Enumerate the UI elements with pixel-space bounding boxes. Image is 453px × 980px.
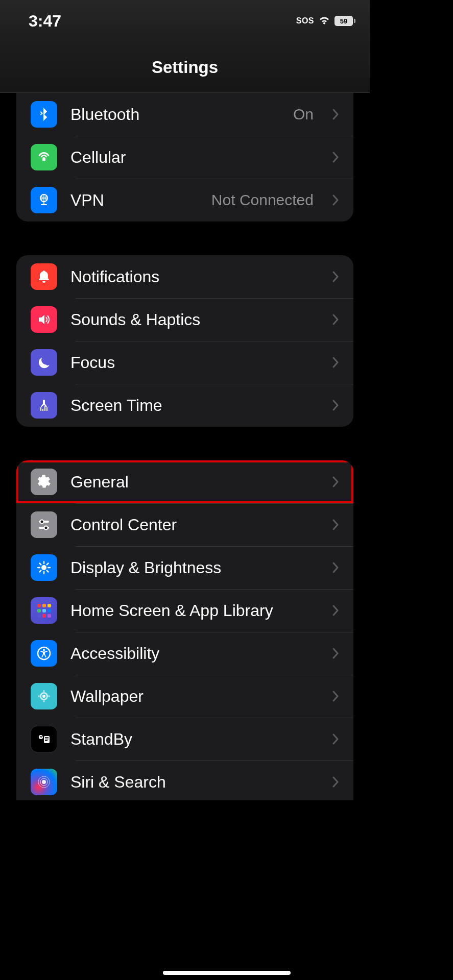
settings-row-general[interactable]: General [16, 460, 353, 503]
settings-row-display[interactable]: Display & Brightness [16, 546, 353, 589]
chevron-right-icon [332, 690, 339, 702]
row-value: Not Connected [211, 191, 314, 209]
row-label: Control Center [70, 516, 319, 534]
row-value: On [293, 106, 314, 123]
sos-indicator: SOS [296, 16, 314, 26]
screentime-icon [31, 392, 57, 419]
settings-row-siri[interactable]: Siri & Search [16, 761, 353, 800]
settings-row-cellular[interactable]: Cellular [16, 136, 353, 179]
chevron-right-icon [332, 733, 339, 745]
row-label: Siri & Search [70, 773, 319, 792]
settings-group-system: GeneralControl CenterDisplay & Brightnes… [16, 460, 353, 800]
cellular-icon [31, 144, 57, 170]
focus-icon [31, 349, 57, 376]
row-label: Accessibility [70, 644, 319, 663]
settings-row-accessibility[interactable]: Accessibility [16, 632, 353, 675]
chevron-right-icon [332, 271, 339, 283]
controlcenter-icon [31, 511, 57, 538]
status-icons: SOS 59 [296, 15, 355, 27]
row-label: Screen Time [70, 396, 319, 415]
row-label: Sounds & Haptics [70, 310, 319, 329]
bluetooth-icon [31, 101, 57, 128]
sounds-icon [31, 306, 57, 333]
settings-row-screentime[interactable]: Screen Time [16, 384, 353, 427]
status-time: 3:47 [29, 12, 61, 31]
chevron-right-icon [332, 776, 339, 788]
row-label: StandBy [70, 730, 319, 749]
display-icon [31, 554, 57, 581]
chevron-right-icon [332, 356, 339, 369]
settings-row-wallpaper[interactable]: Wallpaper [16, 675, 353, 718]
battery-indicator: 59 [335, 16, 355, 26]
row-label: Home Screen & App Library [70, 601, 319, 620]
settings-row-standby[interactable]: StandBy [16, 718, 353, 761]
chevron-right-icon [332, 476, 339, 488]
chevron-right-icon [332, 519, 339, 531]
chevron-right-icon [332, 561, 339, 574]
general-icon [31, 469, 57, 495]
settings-row-focus[interactable]: Focus [16, 341, 353, 384]
chevron-right-icon [332, 313, 339, 326]
settings-row-sounds[interactable]: Sounds & Haptics [16, 298, 353, 341]
accessibility-icon [31, 640, 57, 667]
page-title: Settings [152, 58, 218, 77]
chevron-right-icon [332, 151, 339, 163]
row-label: Display & Brightness [70, 558, 319, 577]
row-label: Notifications [70, 267, 319, 286]
row-label: Bluetooth [70, 105, 280, 124]
nav-header: Settings [0, 42, 370, 93]
settings-row-home[interactable]: Home Screen & App Library [16, 589, 353, 632]
settings-group-attention: NotificationsSounds & HapticsFocusScreen… [16, 255, 353, 427]
settings-row-controlcenter[interactable]: Control Center [16, 503, 353, 546]
notifications-icon [31, 263, 57, 290]
row-label: Wallpaper [70, 687, 319, 706]
chevron-right-icon [332, 647, 339, 659]
status-bar: 3:47 SOS 59 [0, 0, 370, 42]
wallpaper-icon [31, 683, 57, 709]
wifi-icon [318, 15, 330, 27]
row-label: General [70, 473, 319, 492]
row-label: VPN [70, 191, 198, 210]
settings-group-connectivity: BluetoothOnCellularVPNNot Connected [16, 93, 353, 222]
settings-row-vpn[interactable]: VPNNot Connected [16, 179, 353, 222]
row-label: Cellular [70, 148, 319, 167]
battery-level: 59 [340, 17, 347, 25]
row-label: Focus [70, 353, 319, 372]
settings-row-notifications[interactable]: Notifications [16, 255, 353, 298]
siri-icon [31, 769, 57, 795]
chevron-right-icon [332, 604, 339, 617]
chevron-right-icon [332, 194, 339, 206]
standby-icon [31, 726, 57, 752]
chevron-right-icon [332, 399, 339, 411]
chevron-right-icon [332, 108, 339, 120]
vpn-icon [31, 187, 57, 213]
settings-content: BluetoothOnCellularVPNNot ConnectedNotif… [0, 93, 370, 800]
settings-row-bluetooth[interactable]: BluetoothOn [16, 93, 353, 136]
home-icon [31, 597, 57, 624]
